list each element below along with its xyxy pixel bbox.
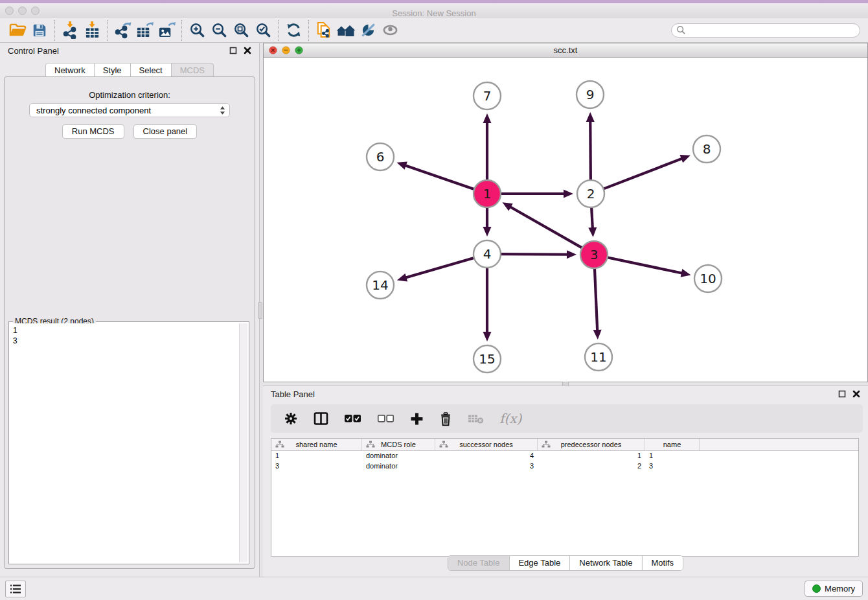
delete-column-button[interactable] <box>439 409 452 428</box>
graph-node-15[interactable]: 15 <box>474 345 501 373</box>
vertical-splitter-handle[interactable] <box>258 302 262 319</box>
svg-text:1: 1 <box>483 186 492 202</box>
graph-node-9[interactable]: 9 <box>577 81 604 108</box>
create-column-button[interactable] <box>410 409 424 428</box>
zoom-selected-button[interactable] <box>252 21 274 40</box>
toolbar-separator <box>308 20 309 41</box>
zoom-fit-button[interactable] <box>230 21 252 40</box>
svg-text:2: 2 <box>587 186 595 202</box>
zoom-fit-icon <box>233 22 249 38</box>
graph-edge-3-1[interactable] <box>510 207 582 248</box>
deselect-all-button[interactable] <box>377 409 394 428</box>
close-panel-icon[interactable] <box>244 47 251 54</box>
export-image-button[interactable] <box>155 21 177 40</box>
split-panel-button[interactable] <box>314 409 328 428</box>
network-window-titlebar[interactable]: scc.txt <box>264 43 867 58</box>
node-table[interactable]: shared name MCDS role successor nodes pr… <box>271 438 859 557</box>
column-header-successor-nodes[interactable]: successor nodes <box>435 439 538 450</box>
zoom-out-button[interactable] <box>208 21 230 40</box>
network-view-window: scc.txt 7968124314101511 <box>263 43 868 382</box>
arrowhead-icon <box>681 269 691 277</box>
tab-motifs[interactable]: Motifs <box>641 556 683 570</box>
graph-node-8[interactable]: 8 <box>693 135 720 163</box>
column-header-shared-name[interactable]: shared name <box>271 439 362 450</box>
arrowhead-icon <box>586 112 595 122</box>
arrowhead-icon <box>483 332 492 341</box>
cell-mcds-role: dominator <box>362 451 435 461</box>
tab-edge-table[interactable]: Edge Table <box>508 556 569 570</box>
save-session-button[interactable] <box>29 21 51 40</box>
graph-node-1[interactable]: 1 <box>474 180 501 207</box>
svg-text:11: 11 <box>590 349 606 365</box>
export-network-button[interactable] <box>111 21 133 40</box>
graph-node-4[interactable]: 4 <box>474 240 501 268</box>
result-scrollbar[interactable] <box>239 323 247 562</box>
cell-predecessor-nodes: 2 <box>538 461 645 472</box>
graph-edge-2-8[interactable] <box>604 158 683 189</box>
graph-edge-4-14[interactable] <box>405 258 473 278</box>
export-network-icon <box>114 22 131 39</box>
refresh-button[interactable] <box>282 21 304 40</box>
tab-network-table[interactable]: Network Table <box>569 556 641 570</box>
svg-text:10: 10 <box>700 271 716 286</box>
column-type-icon <box>366 441 375 448</box>
import-network-button[interactable] <box>59 21 81 40</box>
float-panel-icon[interactable] <box>229 47 237 54</box>
graph-node-6[interactable]: 6 <box>367 143 394 170</box>
graph-node-10[interactable]: 10 <box>694 265 722 292</box>
column-type-icon <box>275 441 284 448</box>
open-network-file-button[interactable] <box>313 21 335 40</box>
float-panel-icon[interactable] <box>838 390 846 398</box>
close-panel-button[interactable]: Close panel <box>133 124 198 139</box>
open-folder-icon <box>9 23 27 38</box>
memory-button[interactable]: Memory <box>805 581 863 597</box>
style-toggle-button[interactable] <box>357 21 379 40</box>
graph-node-2[interactable]: 2 <box>577 180 604 207</box>
graph-edge-4-3[interactable] <box>501 254 568 255</box>
search-field[interactable] <box>671 23 860 38</box>
column-header-name[interactable]: name <box>645 439 700 450</box>
table-row[interactable]: 1 dominator 4 1 1 <box>271 451 858 461</box>
graph-node-7[interactable]: 7 <box>474 82 501 110</box>
memory-status-icon <box>812 584 821 593</box>
graph-edge-1-6[interactable] <box>405 165 474 189</box>
eye-toggle-button[interactable] <box>379 21 401 40</box>
zoom-out-icon <box>211 22 227 38</box>
criterion-dropdown[interactable]: strongly connected component <box>29 103 230 117</box>
toolbar-separator <box>278 20 279 41</box>
run-mcds-button[interactable]: Run MCDS <box>62 124 124 139</box>
function-builder-button-disabled[interactable]: f(x) <box>499 409 521 428</box>
main-titlebar: Session: New Session <box>0 3 868 18</box>
tab-node-table[interactable]: Node Table <box>448 556 509 570</box>
graph-edge-2-3[interactable] <box>591 208 593 229</box>
network-canvas[interactable]: 7968124314101511 <box>264 58 867 382</box>
svg-text:8: 8 <box>703 141 711 157</box>
close-panel-icon[interactable] <box>852 390 860 398</box>
graph-node-11[interactable]: 11 <box>585 343 612 371</box>
table-settings-button[interactable] <box>284 409 298 428</box>
column-header-predecessor-nodes[interactable]: predecessor nodes <box>538 439 645 450</box>
graph-edge-3-11[interactable] <box>595 269 597 331</box>
delete-table-button-disabled[interactable] <box>468 409 484 428</box>
cell-mcds-role: dominator <box>362 461 435 472</box>
column-header-mcds-role[interactable]: MCDS role <box>362 439 435 450</box>
export-table-icon <box>136 22 154 39</box>
graph-edge-2-9[interactable] <box>590 121 591 179</box>
graph-node-3[interactable]: 3 <box>580 241 608 268</box>
welcome-screen-button[interactable] <box>335 21 357 40</box>
open-session-button[interactable] <box>6 21 29 40</box>
zoom-in-button[interactable] <box>186 21 208 40</box>
arrowhead-icon <box>564 190 573 198</box>
table-row[interactable]: 3 dominator 3 2 3 <box>271 461 858 472</box>
mcds-tab-content: Optimization criterion: strongly connect… <box>4 76 255 569</box>
select-all-button[interactable] <box>344 409 361 428</box>
network-file-icon <box>316 21 332 39</box>
task-history-button[interactable] <box>5 581 26 597</box>
graph-node-14[interactable]: 14 <box>367 271 394 299</box>
search-input[interactable] <box>686 25 860 36</box>
graph-edge-3-10[interactable] <box>608 258 683 273</box>
arrowhead-icon <box>680 155 690 163</box>
mcds-result-list[interactable]: 1 3 <box>10 323 238 562</box>
export-table-button[interactable] <box>133 21 155 40</box>
import-table-button[interactable] <box>81 21 103 40</box>
